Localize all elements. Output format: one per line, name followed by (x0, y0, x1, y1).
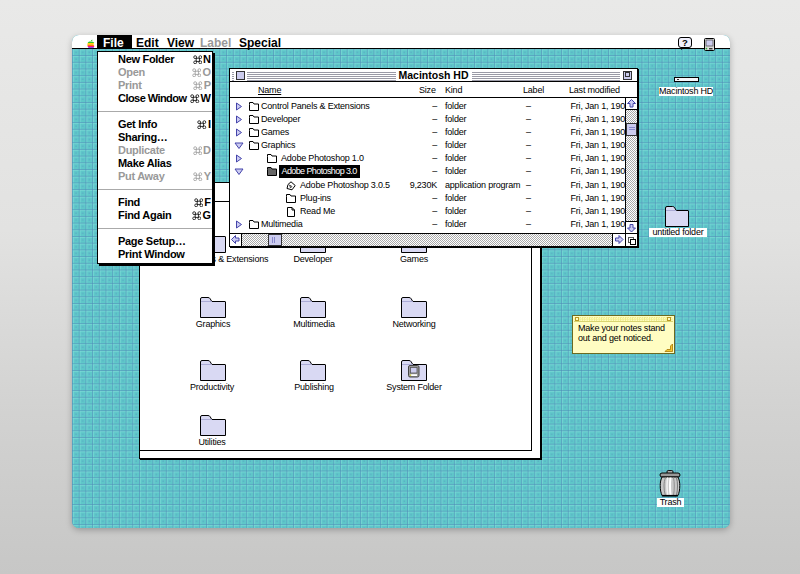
svg-text:?: ? (682, 37, 688, 48)
